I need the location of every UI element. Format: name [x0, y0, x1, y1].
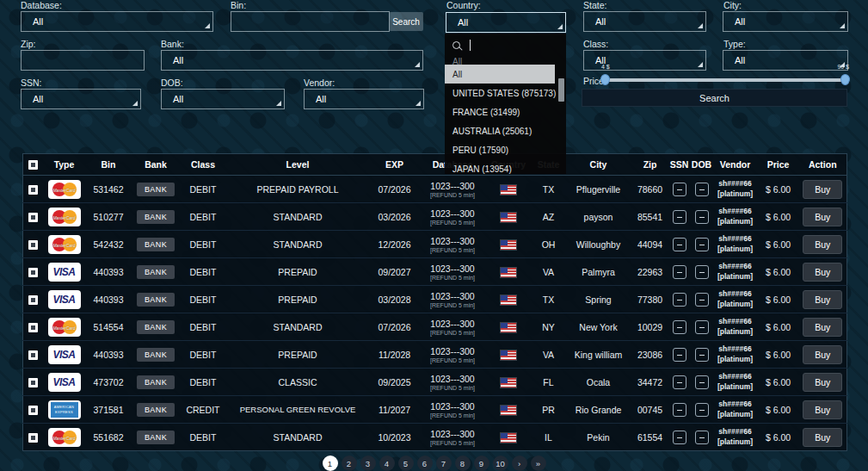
country-option[interactable]: FRANCE (31499)	[445, 102, 555, 121]
row-checkbox[interactable]	[28, 240, 38, 250]
ssn-select[interactable]: All	[21, 89, 141, 109]
bin-input[interactable]	[231, 11, 390, 32]
database-value: 1023---300	[421, 181, 485, 191]
level-value: STANDARD	[227, 424, 369, 451]
refund-note: [REFUND 5 min]	[421, 440, 485, 446]
city-value: Rio Grande	[565, 396, 632, 424]
city-value: payson	[565, 203, 632, 231]
exp-value: 12/2026	[369, 231, 421, 258]
ssn-minus-icon	[673, 293, 686, 307]
price-slider-max-handle[interactable]: 90 $	[840, 74, 850, 85]
vendor-name: sh####66	[713, 344, 758, 354]
select-all-checkbox[interactable]	[28, 160, 38, 170]
bin-search-button[interactable]: Search	[389, 12, 423, 31]
vendor-tier: [platinum]	[713, 245, 758, 254]
bank-select[interactable]: All	[161, 50, 423, 71]
refund-note: [REFUND 5 min]	[421, 247, 485, 253]
country-option-clipped[interactable]: All	[445, 57, 555, 65]
row-checkbox[interactable]	[28, 295, 38, 305]
page-button[interactable]: 6	[417, 456, 433, 471]
database-select[interactable]: All	[21, 11, 213, 32]
price-value: $ 6.00	[758, 369, 799, 396]
page-button[interactable]: 9	[474, 456, 489, 471]
table-row: MasterCardVISAAMERICANEXPRESS 371581 BAN…	[23, 396, 847, 424]
price-slider[interactable]: 4 $ 90 $	[604, 78, 846, 82]
type-label: Type:	[723, 39, 746, 49]
buy-button[interactable]: Buy	[803, 263, 842, 282]
page-button[interactable]: 7	[436, 456, 452, 471]
search-button[interactable]: Search	[582, 89, 847, 107]
country-option-all[interactable]: All	[445, 65, 555, 84]
refund-note: [REFUND 5 min]	[421, 275, 485, 281]
row-checkbox[interactable]	[28, 350, 38, 360]
buy-button[interactable]: Buy	[803, 180, 842, 199]
dob-minus-icon	[695, 348, 709, 362]
price-slider-min-handle[interactable]: 4 $	[600, 74, 610, 85]
vendor-name: sh####66	[713, 317, 758, 326]
row-checkbox[interactable]	[28, 406, 38, 415]
vendor-name: sh####66	[713, 400, 758, 409]
price-value: $ 6.00	[758, 258, 799, 286]
zip-value: 00745	[632, 396, 668, 424]
state-select[interactable]: All	[583, 11, 706, 32]
page-button[interactable]: 3	[360, 456, 376, 471]
page-button[interactable]: 5	[398, 456, 414, 471]
buy-button[interactable]: Buy	[803, 235, 842, 254]
zip-input[interactable]	[21, 50, 145, 71]
country-select[interactable]: All	[446, 12, 566, 33]
ssn-minus-icon	[673, 348, 686, 362]
dob-minus-icon	[695, 403, 709, 417]
page-button[interactable]: 8	[455, 456, 471, 471]
type-select[interactable]: All	[723, 50, 848, 71]
dob-minus-icon	[695, 238, 709, 251]
page-button[interactable]: 4	[379, 456, 395, 471]
dob-minus-icon	[695, 293, 709, 307]
city-value: Spring	[565, 286, 632, 313]
buy-button[interactable]: Buy	[803, 208, 842, 226]
zip-label: Zip:	[21, 39, 36, 49]
buy-button[interactable]: Buy	[803, 345, 842, 364]
database-value: 1023---300	[421, 208, 485, 219]
card-type-logo: MasterCardVISAAMERICANEXPRESS	[48, 180, 81, 199]
row-checkbox[interactable]	[28, 185, 38, 195]
refund-note: [REFUND 5 min]	[421, 357, 485, 363]
price-value: $ 6.00	[758, 341, 799, 369]
dob-select[interactable]: All	[161, 89, 285, 109]
next-page-button[interactable]: ›	[512, 456, 527, 471]
vendor-select[interactable]: All	[304, 89, 424, 109]
row-checkbox[interactable]	[28, 433, 38, 443]
database-value: 1023---300	[421, 374, 485, 384]
bank-badge: BANK	[137, 238, 175, 251]
country-dropdown-search-input[interactable]	[445, 34, 566, 57]
state-value: TX	[532, 286, 565, 313]
row-checkbox[interactable]	[28, 323, 38, 332]
buy-button[interactable]: Buy	[803, 373, 842, 392]
buy-button[interactable]: Buy	[803, 400, 842, 419]
refund-note: [REFUND 5 min]	[421, 330, 485, 336]
last-page-button[interactable]: »	[531, 456, 546, 471]
dropdown-scrollbar[interactable]	[558, 78, 564, 102]
table-row: MasterCardVISAAMERICANEXPRESS 510277 BAN…	[23, 203, 847, 231]
buy-button[interactable]: Buy	[803, 318, 842, 337]
state-value: IL	[532, 424, 565, 451]
level-value: STANDARD	[227, 203, 369, 231]
state-value: VA	[532, 258, 565, 286]
ssn-minus-icon	[673, 403, 686, 417]
page-button[interactable]: 2	[342, 456, 357, 471]
page-button[interactable]: 1	[323, 456, 338, 471]
bank-label: Bank:	[161, 39, 184, 49]
row-checkbox[interactable]	[28, 213, 38, 222]
country-option[interactable]: AUSTRALIA (25061)	[445, 121, 555, 140]
city-select[interactable]: All	[723, 11, 848, 32]
country-option[interactable]: JAPAN (13954)	[445, 159, 555, 174]
country-option[interactable]: PERU (17590)	[445, 140, 555, 159]
buy-button[interactable]: Buy	[803, 428, 842, 447]
price-min-value: 4 $	[601, 64, 610, 70]
buy-button[interactable]: Buy	[803, 290, 842, 309]
page-button[interactable]: 10	[493, 456, 508, 471]
database-value: 1023---300	[421, 236, 485, 246]
country-option[interactable]: UNITED STATES (875173)	[445, 84, 555, 102]
row-checkbox[interactable]	[28, 268, 38, 277]
vendor-name: sh####66	[713, 372, 758, 381]
row-checkbox[interactable]	[28, 378, 38, 387]
